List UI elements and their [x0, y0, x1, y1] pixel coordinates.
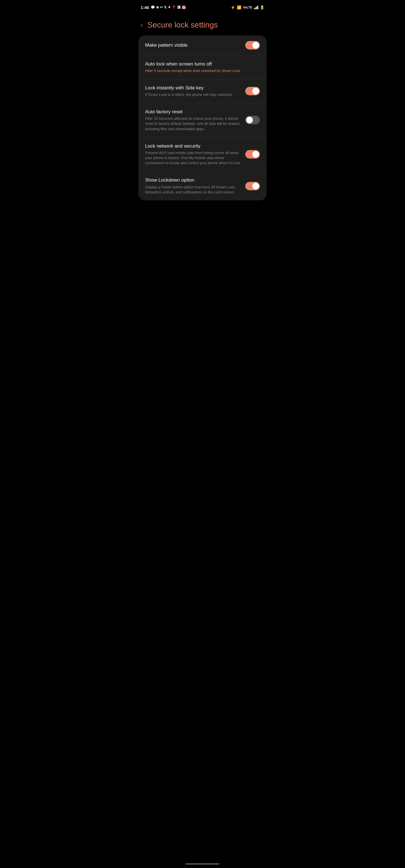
setting-title-lock-network-security: Lock network and security — [145, 143, 241, 149]
toggle-thumb-show-lockdown — [252, 183, 259, 189]
signal-icon — [254, 5, 258, 9]
setting-desc-lock-instantly: If Smart Lock is in effect, the phone wi… — [145, 92, 241, 97]
bluetooth-icon: ⚡ — [231, 5, 235, 9]
toggle-lock-network-security[interactable] — [245, 150, 260, 158]
toggle-track-make-pattern-visible — [245, 41, 260, 50]
toggle-lock-instantly[interactable] — [245, 87, 260, 95]
setting-title-make-pattern-visible: Make pattern visible — [145, 42, 241, 48]
toggle-make-pattern-visible[interactable] — [245, 41, 260, 50]
setting-item-lock-instantly[interactable]: Lock instantly with Side keyIf Smart Loc… — [138, 79, 267, 103]
setting-desc-lock-network-security: Prevent Wi-Fi and mobile data from being… — [145, 150, 241, 166]
status-bar: 1:46 💬 ⊕ ✂ 𝕏 ✈ 📍 🖼 📅 ⚡ 📶 VoLTE 🔋 — [135, 0, 270, 13]
page-header: ‹ Secure lock settings — [135, 13, 270, 35]
setting-desc-auto-lock: After 5 seconds except when kept unlocke… — [145, 68, 255, 73]
volte-icon: VoLTE — [243, 6, 252, 9]
setting-desc-auto-factory-reset: After 20 incorrect attempts to unlock yo… — [145, 116, 241, 131]
battery-icon: 🔋 — [260, 5, 264, 9]
setting-title-show-lockdown: Show Lockdown option — [145, 177, 241, 183]
toggle-auto-factory-reset[interactable] — [245, 116, 260, 124]
time-display: 1:46 — [141, 5, 149, 10]
send-icon: ✈ — [168, 5, 171, 9]
threads-icon: ⊕ — [156, 5, 159, 9]
toggle-thumb-make-pattern-visible — [252, 42, 259, 49]
setting-item-auto-lock[interactable]: Auto lock when screen turns offAfter 5 s… — [138, 55, 267, 79]
toggle-thumb-lock-network-security — [252, 151, 259, 158]
setting-desc-show-lockdown: Display a Power button option that turns… — [145, 185, 241, 195]
setting-title-lock-instantly: Lock instantly with Side key — [145, 85, 241, 91]
home-indicator — [135, 858, 270, 868]
clipper-icon: ✂ — [160, 5, 163, 9]
maps-icon: 📍 — [172, 5, 176, 9]
wifi-icon: 📶 — [237, 5, 241, 9]
photos-icon: 🖼 — [177, 5, 180, 9]
toggle-track-lock-network-security — [245, 150, 260, 158]
toggle-track-auto-factory-reset — [245, 116, 260, 124]
toggle-track-show-lockdown — [245, 182, 260, 190]
setting-item-lock-network-security[interactable]: Lock network and securityPrevent Wi-Fi a… — [138, 137, 267, 172]
toggle-show-lockdown[interactable] — [245, 182, 260, 190]
page-title: Secure lock settings — [147, 20, 218, 30]
setting-title-auto-lock: Auto lock when screen turns off — [145, 61, 255, 67]
setting-item-show-lockdown[interactable]: Show Lockdown optionDisplay a Power butt… — [138, 172, 267, 200]
toggle-track-lock-instantly — [245, 87, 260, 95]
twitter-icon: 𝕏 — [164, 5, 167, 9]
whatsapp-icon: 💬 — [151, 5, 155, 9]
back-button[interactable]: ‹ — [141, 21, 143, 29]
home-bar — [185, 863, 220, 865]
status-right-icons: ⚡ 📶 VoLTE 🔋 — [231, 5, 264, 9]
setting-item-auto-factory-reset[interactable]: Auto factory resetAfter 20 incorrect att… — [138, 103, 267, 137]
setting-title-auto-factory-reset: Auto factory reset — [145, 109, 241, 115]
calendar-icon: 📅 — [182, 5, 186, 9]
toggle-thumb-auto-factory-reset — [246, 117, 253, 123]
status-time: 1:46 💬 ⊕ ✂ 𝕏 ✈ 📍 🖼 📅 — [141, 5, 186, 10]
notification-icons: 💬 ⊕ ✂ 𝕏 ✈ 📍 🖼 📅 — [151, 5, 186, 9]
settings-card: Make pattern visibleAuto lock when scree… — [138, 35, 267, 200]
setting-item-make-pattern-visible[interactable]: Make pattern visible — [138, 35, 267, 55]
toggle-thumb-lock-instantly — [252, 88, 259, 94]
